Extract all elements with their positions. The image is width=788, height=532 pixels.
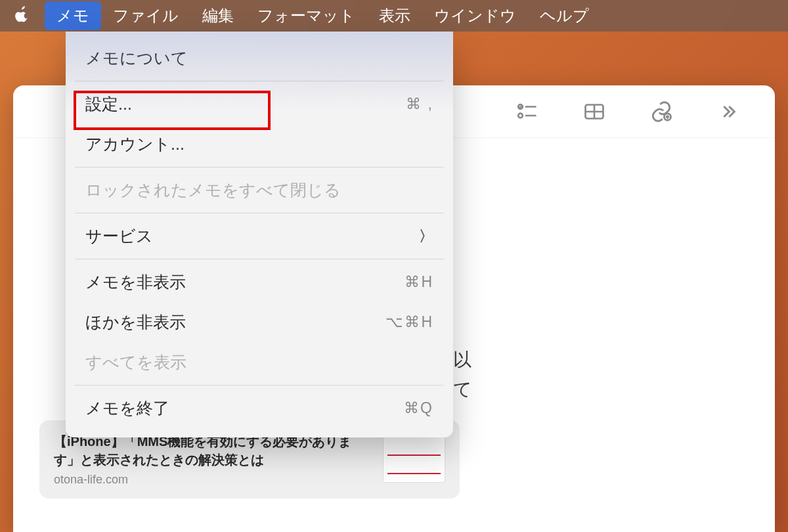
menu-file[interactable]: ファイル [101, 1, 190, 30]
menu-item-accounts[interactable]: アカウント... [66, 124, 453, 164]
link-icon[interactable] [647, 98, 675, 125]
menu-item-about[interactable]: メモについて [66, 38, 453, 78]
shortcut-label: ⌘ , [406, 95, 433, 113]
menu-edit[interactable]: 編集 [190, 1, 246, 30]
menu-separator [75, 167, 444, 167]
more-icon[interactable] [714, 98, 742, 125]
chevron-right-icon: 〉 [419, 227, 433, 246]
menu-separator [75, 81, 444, 81]
menu-separator [75, 259, 444, 259]
menu-item-services[interactable]: サービス 〉 [66, 216, 453, 256]
apple-menu-icon[interactable] [13, 5, 33, 26]
menu-item-settings[interactable]: 設定... ⌘ , [66, 84, 453, 124]
menubar: メモ ファイル 編集 フォーマット 表示 ウインドウ ヘルプ [0, 0, 788, 32]
menu-format[interactable]: フォーマット [246, 1, 367, 30]
menu-item-hide-others[interactable]: ほかを非表示 ⌥⌘H [66, 302, 453, 342]
shortcut-label: ⌘H [405, 273, 433, 291]
menu-separator [75, 385, 444, 386]
menu-help[interactable]: ヘルプ [528, 1, 601, 30]
link-card-thumbnail [383, 435, 445, 483]
memo-app-menu-dropdown: メモについて 設定... ⌘ , アカウント... ロックされたメモをすべて閉じ… [66, 32, 453, 437]
shortcut-label: ⌘Q [404, 399, 433, 417]
menu-item-close-locked: ロックされたメモをすべて閉じる [66, 170, 453, 210]
svg-point-2 [518, 113, 523, 118]
checklist-icon[interactable] [514, 98, 541, 125]
menu-item-quit[interactable]: メモを終了 ⌘Q [66, 388, 453, 428]
menu-item-hide-memo[interactable]: メモを非表示 ⌘H [66, 262, 453, 302]
menu-window[interactable]: ウインドウ [422, 1, 528, 30]
menu-view[interactable]: 表示 [367, 1, 422, 30]
menu-memo[interactable]: メモ [45, 1, 101, 30]
menu-item-show-all: すべてを表示 [66, 342, 453, 382]
table-icon[interactable] [580, 98, 608, 125]
note-text-fragment: 以 て [453, 345, 749, 405]
menu-separator [75, 213, 444, 213]
note-timestamp: :21 [407, 158, 749, 175]
link-card-domain: otona-life.com [54, 473, 371, 487]
shortcut-label: ⌥⌘H [385, 313, 433, 331]
